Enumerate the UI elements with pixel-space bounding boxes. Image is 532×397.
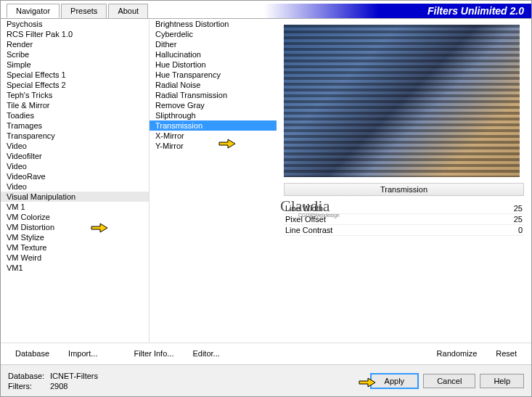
category-item[interactable]: Videofilter bbox=[1, 151, 149, 161]
database-button[interactable]: Database bbox=[8, 346, 57, 361]
tab-bar: NavigatorPresetsAbout bbox=[1, 4, 150, 18]
filter-info-button[interactable]: Filter Info... bbox=[126, 346, 181, 361]
param-row[interactable]: Line Contrast0 bbox=[284, 225, 524, 236]
pointer-icon bbox=[358, 374, 377, 388]
category-item[interactable]: Video bbox=[1, 161, 149, 171]
category-item[interactable]: VM 1 bbox=[1, 202, 149, 212]
filter-item[interactable]: Hue Distortion bbox=[150, 60, 277, 70]
footer: Database: ICNET-Filters Filters: 2908 Ap… bbox=[1, 364, 531, 396]
param-value: 0 bbox=[518, 226, 523, 234]
category-item[interactable]: Psychosis bbox=[1, 19, 149, 29]
filter-item[interactable]: Y-Mirror bbox=[150, 141, 277, 151]
app-title: Filters Unlimited 2.0 bbox=[150, 4, 531, 18]
filter-item[interactable]: X-Mirror bbox=[150, 131, 277, 141]
category-list[interactable]: PsychosisRCS Filter Pak 1.0RenderScribeS… bbox=[1, 19, 150, 343]
filter-name-label: Transmission bbox=[284, 183, 524, 196]
category-item[interactable]: Tile & Mirror bbox=[1, 100, 149, 110]
filter-item[interactable]: Radial Transmission bbox=[150, 90, 277, 100]
category-item[interactable]: Simple bbox=[1, 60, 149, 70]
randomize-button[interactable]: Randomize bbox=[430, 346, 485, 361]
category-item[interactable]: Video bbox=[1, 141, 149, 151]
header: NavigatorPresetsAbout Filters Unlimited … bbox=[1, 1, 531, 18]
param-row[interactable]: Line Width25 bbox=[284, 203, 524, 214]
param-value: 25 bbox=[514, 204, 523, 213]
filter-item[interactable]: Remove Gray bbox=[150, 100, 277, 110]
tab-navigator[interactable]: Navigator bbox=[7, 4, 60, 18]
category-item[interactable]: Visual Manipulation bbox=[1, 192, 149, 202]
param-name: Line Contrast bbox=[285, 226, 332, 234]
category-item[interactable]: VM Weird bbox=[1, 253, 149, 263]
db-value: ICNET-Filters bbox=[50, 372, 98, 380]
filters-value: 2908 bbox=[50, 382, 98, 390]
import-button[interactable]: Import... bbox=[61, 346, 105, 361]
filter-item[interactable]: Cyberdelic bbox=[150, 29, 277, 39]
filter-item[interactable]: Slipthrough bbox=[150, 110, 277, 120]
param-name: Line Width bbox=[285, 204, 323, 213]
param-value: 25 bbox=[514, 215, 523, 224]
category-item[interactable]: VM Distortion bbox=[1, 222, 149, 232]
category-item[interactable]: VM Stylize bbox=[1, 232, 149, 242]
category-item[interactable]: VM Colorize bbox=[1, 212, 149, 222]
database-info: Database: ICNET-Filters Filters: 2908 bbox=[8, 372, 98, 390]
pointer-icon bbox=[90, 219, 109, 234]
category-item[interactable]: Video bbox=[1, 181, 149, 192]
tab-about[interactable]: About bbox=[108, 4, 148, 18]
category-item[interactable]: Teph's Tricks bbox=[1, 90, 149, 100]
filters-label: Filters: bbox=[8, 382, 50, 390]
category-item[interactable]: Special Effects 1 bbox=[1, 70, 149, 80]
parameter-panel: Line Width25Pixel Offset25Line Contrast0 bbox=[284, 203, 524, 340]
right-panel: Transmission Line Width25Pixel Offset25L… bbox=[277, 19, 531, 343]
pointer-icon bbox=[218, 135, 237, 150]
main-panel: PsychosisRCS Filter Pak 1.0RenderScribeS… bbox=[1, 18, 531, 343]
filter-item[interactable]: Brightness Distortion bbox=[150, 19, 277, 29]
category-item[interactable]: Transparency bbox=[1, 131, 149, 141]
param-name: Pixel Offset bbox=[285, 215, 326, 224]
category-item[interactable]: RCS Filter Pak 1.0 bbox=[1, 29, 149, 39]
footer-buttons: Apply Cancel Help bbox=[370, 373, 524, 389]
toolbar: Database Import... Filter Info... Editor… bbox=[1, 343, 531, 363]
category-item[interactable]: VM1 bbox=[1, 263, 149, 273]
filter-item[interactable]: Hallucination bbox=[150, 49, 277, 60]
category-item[interactable]: VM Texture bbox=[1, 242, 149, 253]
filter-list[interactable]: Brightness DistortionCyberdelicDitherHal… bbox=[150, 19, 277, 343]
cancel-button[interactable]: Cancel bbox=[423, 374, 475, 388]
db-label: Database: bbox=[8, 372, 50, 380]
help-button[interactable]: Help bbox=[480, 374, 524, 388]
category-item[interactable]: Tramages bbox=[1, 120, 149, 131]
category-item[interactable]: Toadies bbox=[1, 110, 149, 120]
tab-presets[interactable]: Presets bbox=[61, 4, 107, 18]
category-item[interactable]: Scribe bbox=[1, 49, 149, 60]
filter-item[interactable]: Radial Noise bbox=[150, 80, 277, 90]
filter-item[interactable]: Dither bbox=[150, 39, 277, 49]
category-item[interactable]: Render bbox=[1, 39, 149, 49]
preview-image bbox=[284, 25, 520, 177]
reset-button[interactable]: Reset bbox=[488, 346, 524, 361]
filter-item[interactable]: Transmission bbox=[150, 120, 277, 131]
category-item[interactable]: VideoRave bbox=[1, 171, 149, 181]
editor-button[interactable]: Editor... bbox=[185, 346, 226, 361]
category-item[interactable]: Special Effects 2 bbox=[1, 80, 149, 90]
filter-item[interactable]: Hue Transparency bbox=[150, 70, 277, 80]
param-row[interactable]: Pixel Offset25 bbox=[284, 214, 524, 225]
apply-button[interactable]: Apply bbox=[370, 373, 420, 389]
